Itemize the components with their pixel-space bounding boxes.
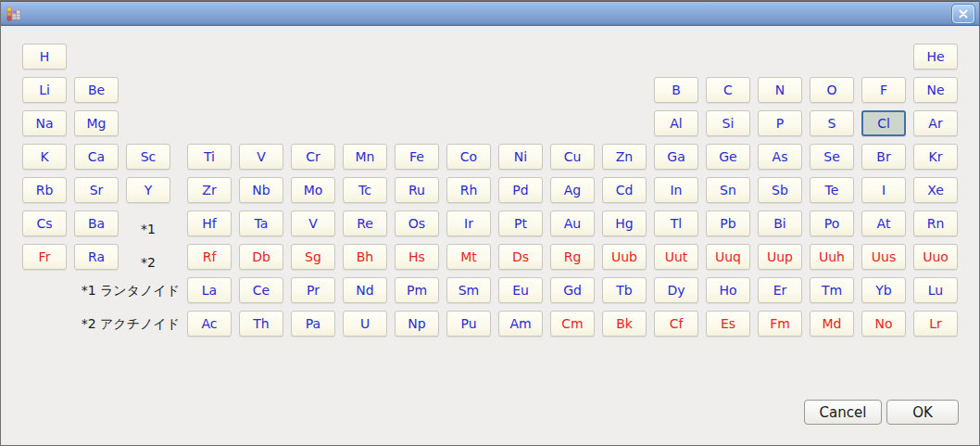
element-er[interactable]: Er: [758, 277, 802, 303]
element-te[interactable]: Te: [810, 177, 854, 203]
element-eu[interactable]: Eu: [498, 277, 543, 303]
element-co[interactable]: Co: [446, 144, 491, 170]
element-pu[interactable]: Pu: [446, 311, 491, 337]
element-la[interactable]: La: [187, 277, 232, 303]
element-fe[interactable]: Fe: [395, 144, 439, 170]
element-sn[interactable]: Sn: [706, 177, 750, 203]
element-al[interactable]: Al: [654, 110, 698, 136]
element-cr[interactable]: Cr: [291, 144, 335, 170]
element-h[interactable]: H: [22, 44, 67, 70]
element-na[interactable]: Na: [22, 110, 67, 136]
element-mg[interactable]: Mg: [74, 110, 119, 136]
element-kr[interactable]: Kr: [913, 144, 958, 170]
element-ti[interactable]: Ti: [187, 144, 232, 170]
element-pr[interactable]: Pr: [291, 277, 335, 303]
element-tb[interactable]: Tb: [602, 277, 647, 303]
element-sr[interactable]: Sr: [74, 177, 119, 203]
element-bk[interactable]: Bk: [602, 311, 647, 337]
element-ni[interactable]: Ni: [498, 144, 543, 170]
element-ge[interactable]: Ge: [706, 144, 750, 170]
element-sg[interactable]: Sg: [291, 244, 335, 270]
element-uub[interactable]: Uub: [602, 244, 647, 270]
element-cl[interactable]: Cl: [861, 110, 906, 136]
element-ca[interactable]: Ca: [74, 144, 119, 170]
element-po[interactable]: Po: [810, 210, 854, 236]
element-pm[interactable]: Pm: [395, 277, 439, 303]
element-rb[interactable]: Rb: [22, 177, 67, 203]
element-lr[interactable]: Lr: [913, 311, 958, 337]
element-at[interactable]: At: [861, 210, 906, 236]
element-k[interactable]: K: [22, 144, 67, 170]
element-dy[interactable]: Dy: [654, 277, 698, 303]
element-ru[interactable]: Ru: [395, 177, 439, 203]
element-pt[interactable]: Pt: [498, 210, 543, 236]
element-uus[interactable]: Uus: [861, 244, 906, 270]
element-yb[interactable]: Yb: [861, 277, 906, 303]
element-ga[interactable]: Ga: [654, 144, 698, 170]
element-cu[interactable]: Cu: [550, 144, 595, 170]
element-zr[interactable]: Zr: [187, 177, 232, 203]
element-as[interactable]: As: [758, 144, 802, 170]
element-mt[interactable]: Mt: [446, 244, 491, 270]
element-ra[interactable]: Ra: [74, 244, 119, 270]
element-he[interactable]: He: [913, 44, 958, 70]
element-uup[interactable]: Uup: [758, 244, 802, 270]
element-tc[interactable]: Tc: [343, 177, 387, 203]
element-hf[interactable]: Hf: [187, 210, 232, 236]
element-np[interactable]: Np: [395, 311, 439, 337]
element-re[interactable]: Re: [343, 210, 387, 236]
element-ba[interactable]: Ba: [74, 210, 119, 236]
element-v[interactable]: V: [239, 144, 283, 170]
element-ce[interactable]: Ce: [239, 277, 283, 303]
element-pa[interactable]: Pa: [291, 311, 335, 337]
element-rn[interactable]: Rn: [913, 210, 958, 236]
element-bh[interactable]: Bh: [343, 244, 387, 270]
element-si[interactable]: Si: [706, 110, 750, 136]
element-in[interactable]: In: [654, 177, 698, 203]
element-ds[interactable]: Ds: [498, 244, 543, 270]
element-am[interactable]: Am: [498, 311, 543, 337]
element-i[interactable]: I: [861, 177, 906, 203]
element-ac[interactable]: Ac: [187, 311, 232, 337]
element-v[interactable]: V: [291, 210, 335, 236]
element-ir[interactable]: Ir: [446, 210, 491, 236]
element-u[interactable]: U: [343, 311, 387, 337]
element-hg[interactable]: Hg: [602, 210, 647, 236]
element-be[interactable]: Be: [74, 77, 119, 103]
element-bi[interactable]: Bi: [758, 210, 802, 236]
element-uuq[interactable]: Uuq: [706, 244, 750, 270]
element-s[interactable]: S: [810, 110, 854, 136]
element-y[interactable]: Y: [126, 177, 170, 203]
element-o[interactable]: O: [810, 77, 854, 103]
element-hs[interactable]: Hs: [395, 244, 439, 270]
element-li[interactable]: Li: [22, 77, 67, 103]
element-mn[interactable]: Mn: [343, 144, 387, 170]
element-lu[interactable]: Lu: [913, 277, 958, 303]
element-cd[interactable]: Cd: [602, 177, 647, 203]
element-f[interactable]: F: [861, 77, 906, 103]
element-au[interactable]: Au: [550, 210, 595, 236]
element-fr[interactable]: Fr: [22, 244, 67, 270]
element-uuh[interactable]: Uuh: [810, 244, 854, 270]
element-fm[interactable]: Fm: [758, 311, 802, 337]
element-ho[interactable]: Ho: [706, 277, 750, 303]
element-md[interactable]: Md: [810, 311, 854, 337]
cancel-button[interactable]: Cancel: [804, 400, 882, 425]
element-cs[interactable]: Cs: [22, 210, 67, 236]
element-uuo[interactable]: Uuo: [913, 244, 958, 270]
element-n[interactable]: N: [758, 77, 802, 103]
element-ta[interactable]: Ta: [239, 210, 283, 236]
element-es[interactable]: Es: [706, 311, 750, 337]
element-rg[interactable]: Rg: [550, 244, 595, 270]
element-cm[interactable]: Cm: [550, 311, 595, 337]
element-tm[interactable]: Tm: [810, 277, 854, 303]
element-th[interactable]: Th: [239, 311, 283, 337]
element-tl[interactable]: Tl: [654, 210, 698, 236]
element-cf[interactable]: Cf: [654, 311, 698, 337]
element-br[interactable]: Br: [861, 144, 906, 170]
ok-button[interactable]: OK: [886, 400, 959, 425]
element-ar[interactable]: Ar: [913, 110, 958, 136]
element-rh[interactable]: Rh: [446, 177, 491, 203]
element-pb[interactable]: Pb: [706, 210, 750, 236]
element-zn[interactable]: Zn: [602, 144, 647, 170]
